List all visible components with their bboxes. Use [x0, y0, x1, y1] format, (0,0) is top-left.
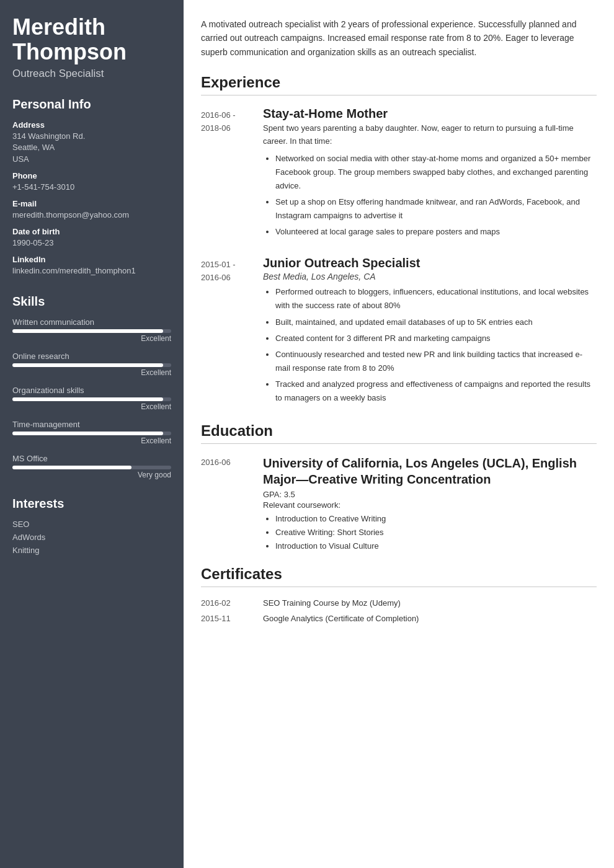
education-list: 2016-06University of California, Los Ang…: [201, 455, 597, 553]
cert-name: SEO Training Course by Moz (Udemy): [263, 598, 401, 608]
skills-section: Skills Written communicationExcellentOnl…: [12, 294, 171, 479]
exp-dates: 2016-06 -2018-06: [201, 107, 263, 241]
interest-item: Knitting: [12, 546, 171, 555]
personal-info-heading: Personal Info: [12, 97, 171, 112]
education-divider: [201, 443, 597, 444]
experience-section: Experience 2016-06 -2018-06Stay-at-Home …: [201, 74, 597, 407]
exp-description: Spent two years parenting a baby daughte…: [263, 122, 597, 148]
certificates-divider: [201, 587, 597, 587]
exp-bullet: Tracked and analyzed progress and effect…: [275, 378, 597, 405]
experience-heading: Experience: [201, 74, 597, 91]
skill-item: MS OfficeVery good: [12, 454, 171, 479]
exp-bullets: Networked on social media with other sta…: [263, 152, 597, 239]
cert-date: 2015-11: [201, 614, 263, 623]
edu-coursework-item: Introduction to Visual Culture: [275, 539, 597, 553]
skill-level: Excellent: [12, 402, 171, 411]
cert-date: 2016-02: [201, 598, 263, 608]
exp-bullet: Performed outreach to bloggers, influenc…: [275, 285, 597, 312]
personal-info-label: Date of birth: [12, 227, 171, 236]
skill-bar-bg: [12, 466, 171, 469]
personal-info-fields: Address314 Washington Rd.Seattle, WAUSAP…: [12, 120, 171, 277]
skill-name: MS Office: [12, 454, 171, 463]
certificates-section: Certificates 2016-02SEO Training Course …: [201, 565, 597, 623]
skill-bar-bg: [12, 432, 171, 435]
skill-item: Time-managementExcellent: [12, 420, 171, 445]
exp-bullet: Built, maintained, and updated email dat…: [275, 316, 597, 329]
skill-bar-bg: [12, 329, 171, 333]
skill-name: Online research: [12, 352, 171, 361]
skill-bar-bg: [12, 363, 171, 367]
skill-bar-fill: [12, 397, 163, 401]
personal-info-value: +1-541-754-3010: [12, 182, 171, 193]
edu-title: University of California, Los Angeles (U…: [263, 455, 597, 487]
exp-bullet: Set up a shop on Etsy offering handmade …: [275, 195, 597, 223]
skill-level: Excellent: [12, 334, 171, 343]
edu-coursework-item: Creative Writing: Short Stories: [275, 526, 597, 539]
exp-bullet: Volunteered at local garage sales to pre…: [275, 225, 597, 239]
experience-divider: [201, 95, 597, 95]
personal-info-value: 314 Washington Rd.: [12, 131, 171, 142]
personal-info-label: E-mail: [12, 199, 171, 208]
personal-info-value: meredith.thompson@yahoo.com: [12, 210, 171, 221]
skill-level: Excellent: [12, 436, 171, 445]
exp-bullet: Created content for 3 different PR and m…: [275, 332, 597, 345]
skills-list: Written communicationExcellentOnline res…: [12, 317, 171, 479]
personal-info-value: 1990-05-23: [12, 237, 171, 249]
skill-item: Written communicationExcellent: [12, 317, 171, 343]
interests-list: SEOAdWordsKnitting: [12, 520, 171, 555]
personal-info-label: Address: [12, 120, 171, 130]
education-section: Education 2016-06University of Californi…: [201, 422, 597, 553]
exp-content: Junior Outreach SpecialistBest Media, Lo…: [263, 256, 597, 407]
skill-bar-fill: [12, 432, 163, 435]
cert-name: Google Analytics (Certificate of Complet…: [263, 614, 419, 623]
personal-info-value: linkedin.com/meredith_thomphon1: [12, 265, 171, 277]
sidebar-title: Outreach Specialist: [12, 68, 171, 80]
skill-item: Online researchExcellent: [12, 352, 171, 377]
personal-info-value: USA: [12, 154, 171, 165]
main-content: A motivated outreach specialist with 2 y…: [184, 0, 614, 868]
certificate-item: 2015-11Google Analytics (Certificate of …: [201, 614, 597, 623]
skills-heading: Skills: [12, 294, 171, 309]
skill-bar-fill: [12, 466, 131, 469]
exp-content: Stay-at-Home MotherSpent two years paren…: [263, 107, 597, 241]
edu-gpa: GPA: 3.5: [263, 490, 597, 499]
exp-bullets: Performed outreach to bloggers, influenc…: [263, 285, 597, 405]
personal-info-value: Seattle, WA: [12, 142, 171, 153]
skill-bar-fill: [12, 363, 163, 367]
exp-bullet: Networked on social media with other sta…: [275, 152, 597, 193]
edu-content: University of California, Los Angeles (U…: [263, 455, 597, 553]
edu-coursework-item: Introduction to Creative Writing: [275, 512, 597, 526]
skill-name: Written communication: [12, 317, 171, 327]
summary-text: A motivated outreach specialist with 2 y…: [201, 17, 597, 59]
skill-level: Excellent: [12, 368, 171, 377]
interests-section: Interests SEOAdWordsKnitting: [12, 497, 171, 555]
certificates-heading: Certificates: [201, 565, 597, 583]
edu-dates: 2016-06: [201, 455, 263, 553]
sidebar: Meredith Thompson Outreach Specialist Pe…: [0, 0, 184, 868]
edu-coursework-list: Introduction to Creative WritingCreative…: [263, 512, 597, 553]
experience-item: 2016-06 -2018-06Stay-at-Home MotherSpent…: [201, 107, 597, 241]
experience-item: 2015-01 -2016-06Junior Outreach Speciali…: [201, 256, 597, 407]
education-heading: Education: [201, 422, 597, 440]
interests-heading: Interests: [12, 497, 171, 511]
skill-item: Organizational skillsExcellent: [12, 386, 171, 411]
skill-bar-bg: [12, 397, 171, 401]
experience-list: 2016-06 -2018-06Stay-at-Home MotherSpent…: [201, 107, 597, 407]
education-item: 2016-06University of California, Los Ang…: [201, 455, 597, 553]
exp-dates: 2015-01 -2016-06: [201, 256, 263, 407]
certificates-list: 2016-02SEO Training Course by Moz (Udemy…: [201, 598, 597, 623]
personal-info-label: Phone: [12, 171, 171, 180]
sidebar-name: Meredith Thompson: [12, 15, 171, 64]
skill-level: Very good: [12, 471, 171, 479]
exp-company: Best Media, Los Angeles, CA: [263, 272, 597, 281]
skill-bar-fill: [12, 329, 163, 333]
personal-info-section: Personal Info Address314 Washington Rd.S…: [12, 97, 171, 277]
interest-item: AdWords: [12, 533, 171, 542]
exp-job-title: Junior Outreach Specialist: [263, 256, 597, 270]
exp-bullet: Continuously researched and tested new P…: [275, 348, 597, 375]
personal-info-label: LinkedIn: [12, 255, 171, 264]
edu-coursework-label: Relevant coursework:: [263, 500, 597, 510]
certificate-item: 2016-02SEO Training Course by Moz (Udemy…: [201, 598, 597, 608]
interest-item: SEO: [12, 520, 171, 529]
skill-name: Organizational skills: [12, 386, 171, 395]
